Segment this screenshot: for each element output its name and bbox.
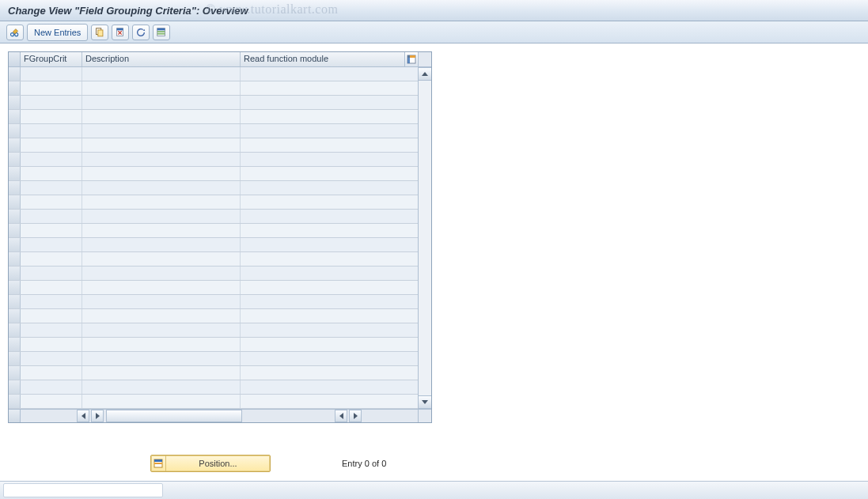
cell-description[interactable] (82, 181, 241, 195)
cell-read-function-module[interactable] (241, 323, 418, 337)
scroll-up-button[interactable] (419, 67, 431, 81)
undo-button[interactable] (132, 25, 150, 40)
row-selector[interactable] (9, 81, 21, 95)
row-selector[interactable] (9, 252, 21, 266)
row-selector[interactable] (9, 138, 21, 152)
cell-description[interactable] (82, 124, 241, 138)
cell-description[interactable] (82, 352, 241, 365)
cell-fgroupcrit[interactable] (21, 181, 82, 195)
cell-fgroupcrit[interactable] (21, 210, 82, 223)
cell-fgroupcrit[interactable] (21, 323, 82, 337)
select-all-button[interactable] (153, 25, 170, 40)
select-all-rows-header[interactable] (9, 52, 21, 66)
cell-read-function-module[interactable] (241, 295, 418, 308)
row-selector[interactable] (9, 323, 21, 337)
hscroll-right-button-2[interactable] (349, 410, 362, 422)
cell-read-function-module[interactable] (241, 153, 418, 166)
hscroll-right-button-1[interactable] (91, 410, 104, 422)
cell-fgroupcrit[interactable] (21, 138, 82, 152)
cell-fgroupcrit[interactable] (21, 96, 82, 109)
cell-fgroupcrit[interactable] (21, 153, 82, 166)
cell-read-function-module[interactable] (241, 252, 418, 266)
row-selector[interactable] (9, 195, 21, 209)
cell-fgroupcrit[interactable] (21, 67, 82, 81)
cell-fgroupcrit[interactable] (21, 124, 82, 138)
cell-description[interactable] (82, 210, 241, 223)
row-selector[interactable] (9, 210, 21, 223)
row-selector[interactable] (9, 380, 21, 394)
cell-fgroupcrit[interactable] (21, 110, 82, 123)
row-selector[interactable] (9, 167, 21, 180)
row-selector[interactable] (9, 281, 21, 294)
cell-description[interactable] (82, 323, 241, 337)
cell-read-function-module[interactable] (241, 81, 418, 95)
cell-read-function-module[interactable] (241, 210, 418, 223)
cell-read-function-module[interactable] (241, 380, 418, 394)
cell-fgroupcrit[interactable] (21, 252, 82, 266)
cell-read-function-module[interactable] (241, 267, 418, 280)
cell-fgroupcrit[interactable] (21, 238, 82, 251)
cell-fgroupcrit[interactable] (21, 224, 82, 237)
cell-fgroupcrit[interactable] (21, 366, 82, 380)
hscroll-left-button-2[interactable] (335, 410, 347, 422)
cell-description[interactable] (82, 138, 241, 152)
cell-read-function-module[interactable] (241, 181, 418, 195)
cell-description[interactable] (82, 195, 241, 209)
row-selector[interactable] (9, 338, 21, 351)
cell-fgroupcrit[interactable] (21, 281, 82, 294)
row-selector[interactable] (9, 295, 21, 308)
cell-fgroupcrit[interactable] (21, 395, 82, 408)
cell-description[interactable] (82, 224, 241, 237)
cell-read-function-module[interactable] (241, 124, 418, 138)
row-selector[interactable] (9, 224, 21, 237)
cell-read-function-module[interactable] (241, 195, 418, 209)
row-selector[interactable] (9, 352, 21, 365)
row-selector[interactable] (9, 110, 21, 123)
cell-read-function-module[interactable] (241, 110, 418, 123)
cell-fgroupcrit[interactable] (21, 295, 82, 308)
cell-description[interactable] (82, 366, 241, 380)
cell-fgroupcrit[interactable] (21, 81, 82, 95)
cell-description[interactable] (82, 110, 241, 123)
copy-as-button[interactable] (91, 25, 108, 40)
cell-description[interactable] (82, 395, 241, 408)
cell-description[interactable] (82, 267, 241, 280)
cell-read-function-module[interactable] (241, 67, 418, 81)
cell-description[interactable] (82, 238, 241, 251)
cell-fgroupcrit[interactable] (21, 380, 82, 394)
cell-fgroupcrit[interactable] (21, 309, 82, 323)
hscroll-thumb-1[interactable] (107, 410, 242, 422)
cell-read-function-module[interactable] (241, 366, 418, 380)
cell-description[interactable] (82, 153, 241, 166)
row-selector[interactable] (9, 267, 21, 280)
cell-description[interactable] (82, 295, 241, 308)
cell-description[interactable] (82, 338, 241, 351)
toggle-change-button[interactable] (6, 25, 24, 40)
cell-fgroupcrit[interactable] (21, 267, 82, 280)
cell-fgroupcrit[interactable] (21, 338, 82, 351)
cell-description[interactable] (82, 380, 241, 394)
cell-description[interactable] (82, 252, 241, 266)
cell-fgroupcrit[interactable] (21, 352, 82, 365)
hscroll-track-1[interactable] (106, 410, 242, 422)
hscroll-left-button-1[interactable] (77, 410, 89, 422)
col-header-fgroupcrit[interactable]: FGroupCrit (21, 52, 82, 66)
cell-fgroupcrit[interactable] (21, 167, 82, 180)
cell-description[interactable] (82, 167, 241, 180)
position-button[interactable]: Position... (150, 455, 271, 472)
scroll-down-button[interactable] (419, 395, 431, 409)
row-selector[interactable] (9, 238, 21, 251)
cell-read-function-module[interactable] (241, 309, 418, 323)
col-header-read-function-module[interactable]: Read function module (241, 52, 404, 66)
row-selector[interactable] (9, 153, 21, 166)
new-entries-button[interactable]: New Entries (27, 24, 88, 41)
cell-description[interactable] (82, 281, 241, 294)
row-selector[interactable] (9, 366, 21, 380)
cell-read-function-module[interactable] (241, 167, 418, 180)
cell-read-function-module[interactable] (241, 138, 418, 152)
cell-read-function-module[interactable] (241, 352, 418, 365)
row-selector[interactable] (9, 309, 21, 323)
cell-read-function-module[interactable] (241, 338, 418, 351)
vertical-scroll-track[interactable] (419, 81, 431, 395)
col-header-description[interactable]: Description (82, 52, 241, 66)
